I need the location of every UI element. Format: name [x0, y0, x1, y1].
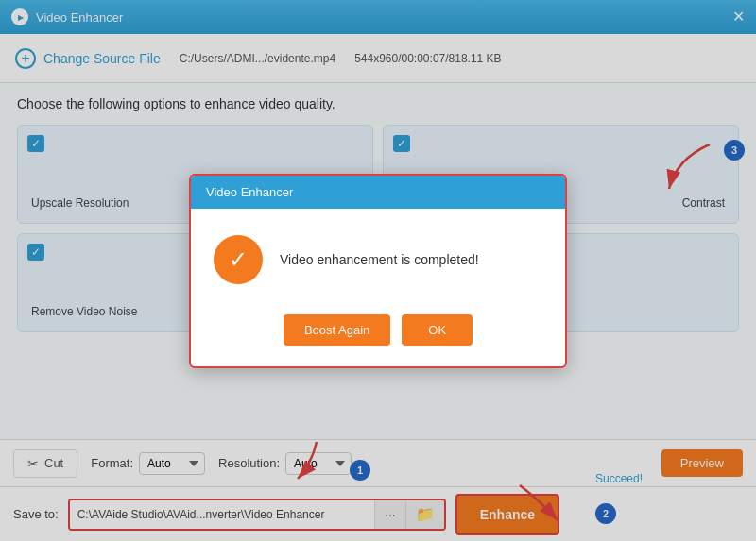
boost-again-button[interactable]: Boost Again — [284, 314, 390, 346]
dialog-title-bar: Video Enhancer — [191, 176, 565, 209]
checkmark-icon: ✓ — [229, 248, 248, 271]
dialog-message: Video enhancement is completed! — [280, 252, 479, 267]
dialog-overlay: Video Enhancer ✓ Video enhancement is co… — [0, 0, 756, 541]
dialog-body: ✓ Video enhancement is completed! — [191, 209, 565, 303]
success-circle: ✓ — [214, 235, 263, 284]
dialog-title: Video Enhancer — [206, 185, 293, 199]
ok-button[interactable]: OK — [402, 314, 472, 346]
dialog-buttons: Boost Again OK — [191, 303, 565, 366]
dialog-box: Video Enhancer ✓ Video enhancement is co… — [189, 174, 567, 368]
